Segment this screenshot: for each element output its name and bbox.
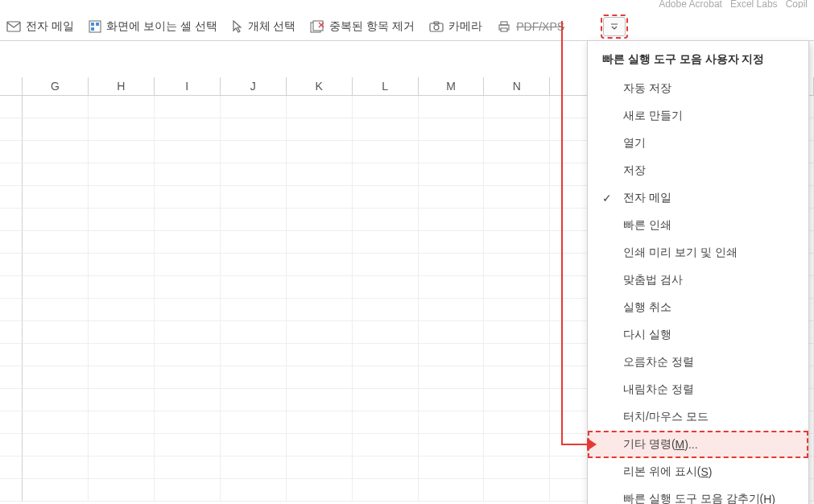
- cell[interactable]: [287, 254, 353, 276]
- cell[interactable]: [484, 456, 550, 479]
- cell[interactable]: [89, 141, 155, 163]
- menu-item[interactable]: 자동 저장: [588, 75, 808, 102]
- email-button[interactable]: 전자 메일: [6, 19, 74, 34]
- cell[interactable]: [221, 411, 287, 434]
- cell[interactable]: [89, 411, 155, 434]
- cell[interactable]: [484, 118, 550, 141]
- cell[interactable]: [155, 366, 221, 389]
- cell[interactable]: [89, 96, 155, 118]
- select-objects-button[interactable]: 개체 선택: [232, 19, 296, 34]
- menu-item[interactable]: 열기: [588, 130, 808, 157]
- cell[interactable]: [23, 231, 89, 254]
- row-header[interactable]: [0, 141, 23, 163]
- select-all-corner[interactable]: [0, 77, 23, 95]
- menu-item[interactable]: 새로 만들기: [588, 102, 808, 130]
- cell[interactable]: [89, 366, 155, 389]
- cell[interactable]: [89, 276, 155, 299]
- cell[interactable]: [23, 411, 89, 434]
- cell[interactable]: [484, 366, 550, 389]
- cell[interactable]: [23, 344, 89, 366]
- cell[interactable]: [419, 434, 485, 456]
- column-header[interactable]: M: [419, 77, 485, 95]
- cell[interactable]: [155, 434, 221, 456]
- remove-duplicates-button[interactable]: 중복된 항목 제거: [310, 19, 415, 34]
- row-header[interactable]: [0, 456, 23, 479]
- row-header[interactable]: [0, 186, 23, 209]
- cell[interactable]: [287, 299, 353, 321]
- cell[interactable]: [353, 186, 419, 209]
- cell[interactable]: [221, 141, 287, 163]
- cell[interactable]: [419, 276, 485, 299]
- cell[interactable]: [221, 434, 287, 456]
- cell[interactable]: [419, 163, 485, 186]
- cell[interactable]: [155, 344, 221, 366]
- cell[interactable]: [287, 209, 353, 231]
- cell[interactable]: [419, 366, 485, 389]
- cell[interactable]: [221, 163, 287, 186]
- cell[interactable]: [353, 118, 419, 141]
- cell[interactable]: [221, 186, 287, 209]
- cell[interactable]: [484, 276, 550, 299]
- row-header[interactable]: [0, 344, 23, 366]
- row-header[interactable]: [0, 321, 23, 344]
- cell[interactable]: [419, 299, 485, 321]
- cell[interactable]: [89, 299, 155, 321]
- cell[interactable]: [221, 389, 287, 411]
- column-header[interactable]: J: [221, 77, 287, 95]
- cell[interactable]: [89, 479, 155, 502]
- cell[interactable]: [155, 479, 221, 502]
- row-header[interactable]: [0, 276, 23, 299]
- cell[interactable]: [23, 389, 89, 411]
- menu-item[interactable]: 맞춤법 검사: [588, 266, 808, 294]
- cell[interactable]: [23, 479, 89, 502]
- menu-item[interactable]: 전자 메일: [588, 184, 808, 212]
- row-header[interactable]: [0, 209, 23, 231]
- menu-item[interactable]: 내림차순 정렬: [588, 376, 808, 403]
- row-header[interactable]: [0, 411, 23, 434]
- cell[interactable]: [419, 254, 485, 276]
- cell[interactable]: [221, 96, 287, 118]
- cell[interactable]: [419, 411, 485, 434]
- cell[interactable]: [221, 344, 287, 366]
- cell[interactable]: [484, 209, 550, 231]
- cell[interactable]: [484, 163, 550, 186]
- cell[interactable]: [155, 141, 221, 163]
- column-header[interactable]: N: [484, 77, 550, 95]
- row-header[interactable]: [0, 231, 23, 254]
- column-header[interactable]: I: [155, 77, 221, 95]
- cell[interactable]: [484, 96, 550, 118]
- row-header[interactable]: [0, 434, 23, 456]
- menu-item[interactable]: 빠른 인쇄: [588, 212, 808, 239]
- cell[interactable]: [353, 344, 419, 366]
- cell[interactable]: [89, 344, 155, 366]
- cell[interactable]: [484, 434, 550, 456]
- cell[interactable]: [287, 231, 353, 254]
- cell[interactable]: [287, 479, 353, 502]
- camera-button[interactable]: 카메라: [429, 19, 482, 34]
- cell[interactable]: [287, 456, 353, 479]
- cell[interactable]: [221, 254, 287, 276]
- cell[interactable]: [353, 434, 419, 456]
- cell[interactable]: [23, 276, 89, 299]
- cell[interactable]: [155, 163, 221, 186]
- cell[interactable]: [221, 118, 287, 141]
- cell[interactable]: [89, 389, 155, 411]
- menu-item[interactable]: 터치/마우스 모드: [588, 403, 808, 431]
- cell[interactable]: [353, 96, 419, 118]
- row-header[interactable]: [0, 254, 23, 276]
- menu-item[interactable]: 실행 취소: [588, 294, 808, 321]
- cell[interactable]: [221, 479, 287, 502]
- cell[interactable]: [287, 411, 353, 434]
- cell[interactable]: [221, 321, 287, 344]
- menu-item[interactable]: 인쇄 미리 보기 및 인쇄: [588, 239, 808, 266]
- cell[interactable]: [155, 209, 221, 231]
- column-header[interactable]: L: [353, 77, 419, 95]
- menu-item[interactable]: 저장: [588, 157, 808, 184]
- cell[interactable]: [89, 163, 155, 186]
- cell[interactable]: [221, 276, 287, 299]
- ribbon-tab-adobe[interactable]: Adobe Acrobat: [659, 0, 722, 8]
- cell[interactable]: [419, 186, 485, 209]
- cell[interactable]: [23, 299, 89, 321]
- cell[interactable]: [287, 321, 353, 344]
- cell[interactable]: [23, 456, 89, 479]
